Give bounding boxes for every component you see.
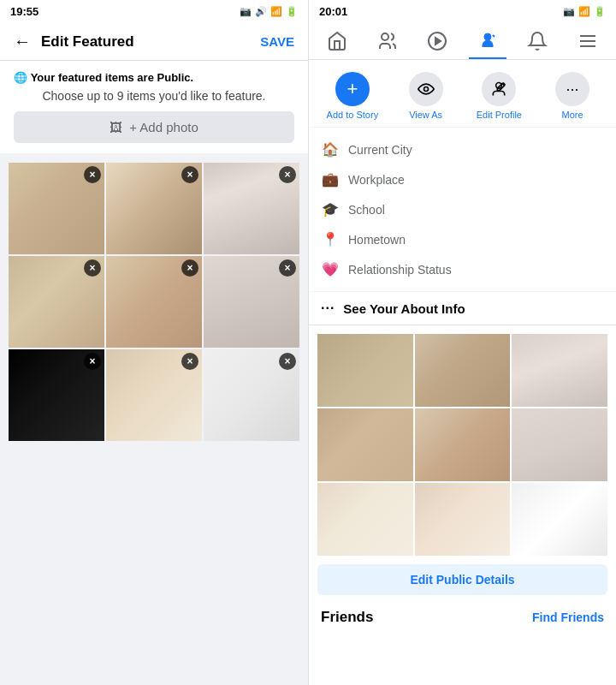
right-photo-1	[317, 334, 413, 407]
friends-title: Friends	[321, 609, 373, 626]
right-time: 20:01	[319, 5, 347, 18]
remove-photo-8[interactable]: ×	[181, 353, 198, 370]
add-photo-icon: 🖼	[110, 120, 122, 134]
workplace-label: Workplace	[348, 173, 405, 187]
right-nav	[309, 23, 616, 60]
wifi-icon-r: 📶	[578, 6, 590, 17]
right-photo-6	[512, 408, 607, 481]
photo-cell-2[interactable]: ×	[106, 163, 202, 254]
save-button[interactable]: SAVE	[260, 34, 294, 49]
see-about-info[interactable]: ··· See Your About Info	[309, 292, 616, 325]
add-to-story-button[interactable]: + Add to Story	[323, 72, 382, 120]
see-about-label: See Your About Info	[343, 301, 465, 316]
nav-menu[interactable]	[569, 24, 607, 58]
nav-watch[interactable]	[418, 24, 456, 58]
remove-photo-4[interactable]: ×	[84, 259, 101, 277]
edit-featured-title: Edit Featured	[41, 33, 260, 51]
camera-icon-r: 📷	[563, 6, 575, 17]
right-photo-grid	[317, 334, 607, 556]
add-photo-button[interactable]: 🖼 + Add photo	[14, 111, 294, 143]
left-info-bar: 🌐 Your featured items are Public. Choose…	[0, 61, 308, 153]
more-icon: ···	[555, 72, 589, 106]
nav-profile[interactable]	[469, 23, 506, 59]
find-friends-link[interactable]: Find Friends	[532, 611, 604, 624]
school-icon: 🎓	[321, 201, 340, 217]
workplace-item[interactable]: 💼 Workplace	[309, 164, 616, 194]
signal-icon: 📶	[270, 6, 282, 17]
left-photo-grid: × × × × × × × × ×	[9, 163, 299, 441]
info-list: 🏠 Current City 💼 Workplace 🎓 School 📍 Ho…	[309, 128, 616, 292]
public-note: 🌐 Your featured items are Public.	[14, 71, 294, 84]
view-as-button[interactable]: View As	[396, 72, 456, 120]
right-photo-5	[415, 408, 511, 481]
remove-photo-6[interactable]: ×	[279, 259, 296, 277]
svg-point-7	[424, 87, 428, 92]
right-photo-9	[512, 483, 607, 556]
right-photo-4	[317, 408, 413, 481]
nav-bell[interactable]	[518, 24, 556, 58]
photo-cell-3[interactable]: ×	[204, 163, 299, 254]
remove-photo-7[interactable]: ×	[84, 353, 101, 370]
globe-icon: 🌐	[14, 71, 27, 84]
briefcase-icon: 💼	[321, 171, 340, 188]
school-label: School	[348, 203, 385, 217]
camera-icon: 📷	[240, 6, 252, 17]
more-label: More	[562, 110, 583, 120]
remove-photo-3[interactable]: ×	[279, 166, 296, 183]
friends-header: Friends Find Friends	[309, 602, 616, 629]
left-panel: 19:55 📷 🔊 📶 🔋 ← Edit Featured SAVE 🌐 You…	[0, 0, 308, 685]
photo-cell-1[interactable]: ×	[9, 163, 104, 254]
battery-icon: 🔋	[286, 6, 298, 17]
dots-icon: ···	[321, 301, 335, 316]
add-photo-label: + Add photo	[129, 120, 198, 134]
edit-profile-button[interactable]: Edit Profile	[469, 72, 529, 120]
photo-cell-8[interactable]: ×	[106, 349, 202, 441]
heart-icon: 💗	[321, 261, 340, 277]
more-button[interactable]: ··· More	[542, 72, 602, 120]
photo-cell-9[interactable]: ×	[204, 349, 299, 441]
home-icon: 🏠	[321, 141, 340, 158]
current-city-item[interactable]: 🏠 Current City	[309, 134, 616, 164]
svg-marker-2	[435, 38, 441, 45]
right-status-icons: 📷 📶 🔋	[563, 6, 606, 17]
nav-friends[interactable]	[369, 24, 406, 58]
photo-cell-4[interactable]: ×	[9, 256, 104, 348]
back-button[interactable]: ←	[14, 32, 31, 51]
right-photo-8	[415, 483, 511, 556]
remove-photo-1[interactable]: ×	[84, 166, 101, 183]
left-status-icons: 📷 🔊 📶 🔋	[240, 6, 298, 17]
view-as-icon	[409, 72, 443, 106]
sound-icon: 🔊	[255, 6, 267, 17]
add-story-icon: +	[335, 72, 370, 106]
current-city-label: Current City	[348, 143, 412, 157]
relationship-label: Relationship Status	[348, 263, 452, 277]
add-story-label: Add to Story	[327, 110, 379, 120]
photo-cell-5[interactable]: ×	[106, 256, 202, 348]
remove-photo-2[interactable]: ×	[181, 166, 198, 183]
left-status-bar: 19:55 📷 🔊 📶 🔋	[0, 0, 308, 23]
remove-photo-9[interactable]: ×	[279, 353, 296, 370]
left-header: ← Edit Featured SAVE	[0, 23, 308, 61]
edit-public-details-button[interactable]: Edit Public Details	[317, 564, 607, 595]
svg-point-3	[484, 33, 491, 40]
nav-home[interactable]	[318, 24, 356, 58]
pin-icon: 📍	[321, 231, 340, 247]
right-panel: 20:01 📷 📶 🔋 + Add to Story	[308, 0, 616, 685]
svg-point-0	[382, 33, 388, 40]
right-photo-3	[512, 334, 607, 407]
left-time: 19:55	[10, 5, 38, 18]
edit-profile-icon	[482, 72, 516, 106]
action-row: + Add to Story View As Edit Profile ··· …	[309, 60, 616, 128]
hometown-label: Hometown	[348, 233, 406, 247]
photo-cell-7[interactable]: ×	[9, 349, 104, 441]
school-item[interactable]: 🎓 School	[309, 194, 616, 224]
relationship-item[interactable]: 💗 Relationship Status	[309, 254, 616, 284]
battery-icon-r: 🔋	[594, 6, 606, 17]
hometown-item[interactable]: 📍 Hometown	[309, 224, 616, 254]
edit-profile-label: Edit Profile	[477, 110, 522, 120]
photo-cell-6[interactable]: ×	[204, 256, 299, 348]
choose-text: Choose up to 9 items you'd like to featu…	[14, 89, 294, 103]
remove-photo-5[interactable]: ×	[181, 259, 198, 277]
right-photo-2	[415, 334, 511, 407]
right-status-bar: 20:01 📷 📶 🔋	[309, 0, 616, 23]
